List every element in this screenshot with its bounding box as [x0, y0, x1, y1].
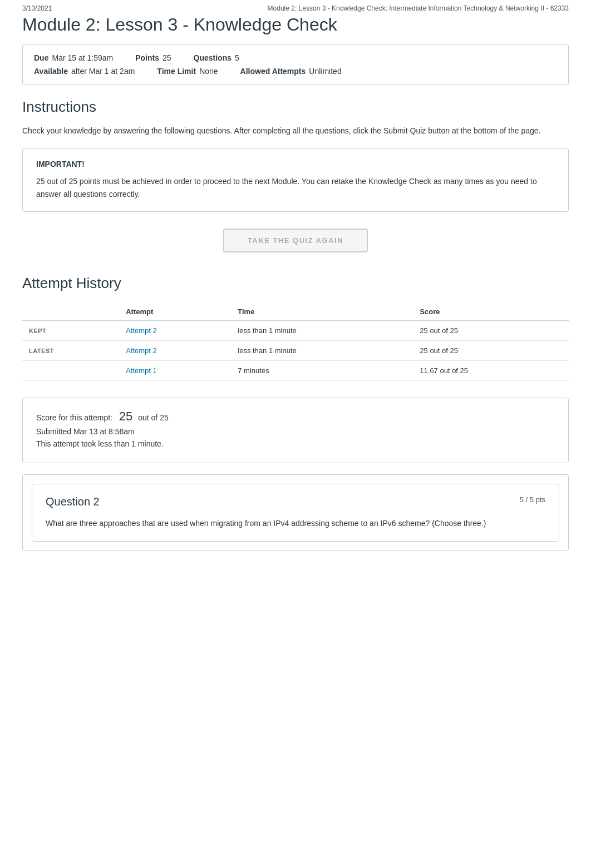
important-body: 25 out of 25 points must be achieved in …: [36, 175, 555, 200]
score-label-line: Score for this attempt: 25 out of 25: [36, 409, 555, 424]
row-time: 7 minutes: [231, 361, 413, 381]
col-score: Score: [413, 303, 569, 321]
table-row: KEPTAttempt 2less than 1 minute25 out of…: [22, 321, 569, 341]
allowed-value: Unlimited: [309, 67, 341, 76]
instructions-body: Check your knowledge by answering the fo…: [22, 125, 569, 137]
row-tag: LATEST: [22, 341, 119, 361]
col-attempt: Attempt: [119, 303, 231, 321]
points-value: 25: [162, 53, 171, 62]
row-score: 11.67 out of 25: [413, 361, 569, 381]
question-header: Question 2 5 / 5 pts: [46, 495, 545, 508]
table-row: LATESTAttempt 2less than 1 minute25 out …: [22, 341, 569, 361]
take-quiz-button[interactable]: TAKE THE QUIZ AGAIN: [223, 229, 368, 252]
timelimit-value: None: [199, 67, 218, 76]
meta-row-due: Due Mar 15 at 1:59am Points 25 Questions…: [34, 53, 557, 62]
attempt-history-table: Attempt Time Score KEPTAttempt 2less tha…: [22, 303, 569, 381]
available-value: after Mar 1 at 2am: [71, 67, 135, 76]
col-tag: [22, 303, 119, 321]
attempt-link[interactable]: Attempt 2: [126, 346, 157, 355]
timelimit-label: Time Limit: [157, 67, 196, 76]
breadcrumb: Module 2: Lesson 3 - Knowledge Check: In…: [268, 4, 569, 12]
row-score: 25 out of 25: [413, 321, 569, 341]
submitted-line: Submitted Mar 13 at 8:56am: [36, 427, 555, 436]
questions-value: 5: [235, 53, 239, 62]
question-text: What are three approaches that are used …: [46, 517, 545, 529]
due-label: Due: [34, 53, 48, 62]
table-row: Attempt 17 minutes11.67 out of 25: [22, 361, 569, 381]
attempt-history-title: Attempt History: [22, 275, 569, 292]
page-title: Module 2: Lesson 3 - Knowledge Check: [22, 14, 569, 35]
available-label: Available: [34, 67, 68, 76]
date-label: 3/13/2021: [22, 4, 52, 12]
row-time: less than 1 minute: [231, 321, 413, 341]
due-value: Mar 15 at 1:59am: [52, 53, 113, 62]
important-title: IMPORTANT!: [36, 160, 555, 168]
question-number: Question 2: [46, 495, 100, 508]
question-card-inner: Question 2 5 / 5 pts What are three appr…: [32, 484, 559, 541]
attempt-link[interactable]: Attempt 2: [126, 326, 157, 335]
duration-line: This attempt took less than 1 minute.: [36, 439, 555, 448]
important-box: IMPORTANT! 25 out of 25 points must be a…: [22, 148, 569, 212]
row-score: 25 out of 25: [413, 341, 569, 361]
question-card-outer: Question 2 5 / 5 pts What are three appr…: [22, 474, 569, 550]
row-tag: KEPT: [22, 321, 119, 341]
meta-row-available: Available after Mar 1 at 2am Time Limit …: [34, 67, 557, 76]
row-attempt[interactable]: Attempt 2: [119, 321, 231, 341]
row-attempt[interactable]: Attempt 2: [119, 341, 231, 361]
col-time: Time: [231, 303, 413, 321]
score-number: 25: [119, 409, 132, 423]
score-section: Score for this attempt: 25 out of 25 Sub…: [22, 398, 569, 463]
question-pts: 5 / 5 pts: [520, 495, 545, 504]
allowed-label: Allowed Attempts: [240, 67, 306, 76]
instructions-title: Instructions: [22, 98, 569, 116]
score-out-of: out of 25: [138, 413, 169, 422]
row-attempt[interactable]: Attempt 1: [119, 361, 231, 381]
points-label: Points: [135, 53, 159, 62]
row-time: less than 1 minute: [231, 341, 413, 361]
questions-label: Questions: [194, 53, 232, 62]
score-label: Score for this attempt:: [36, 413, 112, 422]
attempt-link[interactable]: Attempt 1: [126, 366, 157, 375]
row-tag: [22, 361, 119, 381]
meta-box: Due Mar 15 at 1:59am Points 25 Questions…: [22, 44, 569, 85]
